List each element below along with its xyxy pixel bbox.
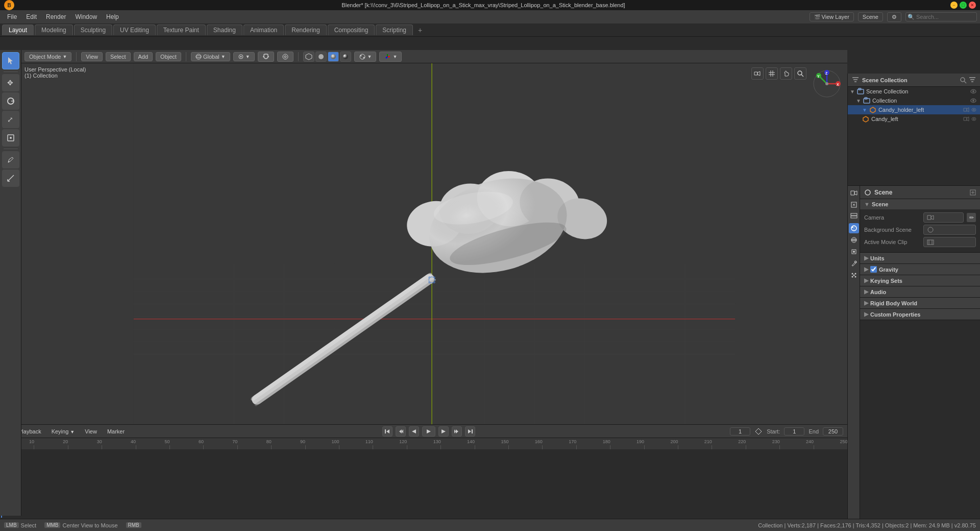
props-header-expand-icon[interactable] — [970, 189, 976, 196]
outliner-item-collection[interactable]: ▼ Collection — [848, 96, 980, 105]
solid-shading-btn[interactable] — [315, 52, 327, 62]
menu-file[interactable]: File — [3, 12, 21, 21]
select-tool-button[interactable] — [2, 52, 19, 69]
viewport-grid-btn[interactable] — [766, 67, 778, 80]
object-props-icon[interactable] — [849, 247, 859, 257]
snap-toggle[interactable] — [258, 52, 274, 62]
timeline-keying-menu[interactable]: Keying ▼ — [48, 427, 78, 436]
jump-end-btn[interactable] — [465, 426, 475, 437]
close-button[interactable]: ✕ — [969, 2, 976, 9]
audio-section-header[interactable]: ▶ Audio — [860, 286, 980, 297]
jump-start-btn[interactable] — [382, 426, 393, 437]
outliner-filter2-icon[interactable] — [969, 77, 976, 84]
move-tool-button[interactable]: ✥ — [2, 74, 19, 91]
outliner-item-scene-collection[interactable]: ▼ Scene Collection — [848, 87, 980, 96]
gravity-section-header[interactable]: ▶ Gravity — [860, 264, 980, 275]
particles-props-icon[interactable] — [849, 270, 859, 280]
tab-rendering[interactable]: Rendering — [285, 25, 326, 35]
menu-edit[interactable]: Edit — [22, 12, 41, 21]
view-layer-props-icon[interactable] — [849, 211, 859, 222]
tab-uv-editing[interactable]: UV Editing — [113, 25, 156, 35]
active-movie-clip-value[interactable] — [923, 237, 976, 247]
step-forward-btn[interactable] — [452, 426, 462, 437]
add-menu[interactable]: Add — [134, 52, 153, 61]
world-props-icon[interactable] — [849, 235, 859, 245]
object-menu[interactable]: Object — [156, 52, 181, 61]
collection-eye-icon[interactable] — [970, 97, 977, 104]
candy-left-eye-icon[interactable] — [971, 116, 977, 122]
proportional-edit-toggle[interactable] — [277, 52, 293, 62]
measure-tool-button[interactable] — [2, 170, 19, 187]
tab-scripting[interactable]: Scripting — [376, 25, 413, 35]
rigid-body-world-section-header[interactable]: ▶ Rigid Body World — [860, 298, 980, 308]
render-engine-btn[interactable]: ⚙ — [887, 12, 901, 22]
gravity-checkbox[interactable] — [870, 266, 877, 273]
candy-holder-eye-icon[interactable] — [971, 107, 977, 113]
start-frame-display[interactable]: 1 — [784, 427, 804, 436]
background-scene-value[interactable] — [923, 225, 976, 235]
pivot-point-dropdown[interactable]: ▼ — [233, 52, 255, 61]
menu-help[interactable]: Help — [102, 12, 123, 21]
rotate-tool-button[interactable] — [2, 92, 19, 110]
scene-props-icon[interactable] — [849, 223, 859, 233]
play-backward-btn[interactable] — [409, 426, 419, 437]
play-stop-btn[interactable] — [422, 426, 435, 437]
menu-window[interactable]: Window — [71, 12, 101, 21]
transform-global-dropdown[interactable]: Global ▼ — [191, 52, 230, 61]
tab-layout[interactable]: Layout — [2, 25, 34, 35]
maximize-button[interactable]: □ — [960, 2, 967, 9]
outliner-item-candy-left[interactable]: Candy_left — [848, 114, 980, 124]
scene-section-header[interactable]: ▼ Scene — [860, 199, 980, 209]
outliner-search-icon[interactable] — [960, 77, 967, 84]
candy-left-camera-icon[interactable] — [963, 116, 969, 122]
outliner-item-candy-holder[interactable]: ▼ Candy_holder_left — [848, 105, 980, 114]
gizmo-toggle[interactable]: ▼ — [379, 52, 402, 62]
scene-collection-eye-icon[interactable] — [970, 88, 977, 95]
camera-value[interactable] — [923, 212, 964, 223]
end-frame-display[interactable]: 250 — [823, 427, 843, 436]
tab-shading[interactable]: Shading — [207, 25, 242, 35]
viewport-camera-btn[interactable] — [751, 67, 764, 80]
tab-animation[interactable]: Animation — [243, 25, 284, 35]
navigation-gizmo[interactable]: X Y Z — [812, 68, 842, 99]
timeline-content[interactable] — [0, 449, 847, 518]
scale-tool-button[interactable]: ⤢ — [2, 111, 19, 128]
timeline-marker-menu[interactable]: Marker — [104, 427, 128, 436]
viewport-hand-btn[interactable] — [780, 67, 792, 80]
step-back-btn[interactable] — [396, 426, 406, 437]
overlay-toggle[interactable]: ▼ — [354, 52, 377, 62]
svg-point-78 — [360, 54, 365, 59]
viewport-search-btn[interactable] — [794, 67, 806, 80]
scene-3d-area[interactable]: User Perspective (Local) (1) Collection … — [21, 63, 847, 424]
annotate-tool-button[interactable] — [2, 151, 19, 168]
custom-properties-section-header[interactable]: ▶ Custom Properties — [860, 309, 980, 320]
tab-modeling[interactable]: Modeling — [35, 25, 73, 35]
minimize-button[interactable]: − — [950, 2, 958, 9]
add-workspace-button[interactable]: + — [414, 25, 426, 36]
tab-sculpting[interactable]: Sculpting — [74, 25, 112, 35]
render-props-icon[interactable] — [849, 188, 859, 198]
current-frame-display[interactable]: 1 — [730, 427, 750, 436]
wireframe-shading-btn[interactable] — [303, 52, 314, 62]
candy-holder-camera-icon[interactable] — [963, 107, 969, 113]
tab-texture-paint[interactable]: Texture Paint — [157, 25, 206, 35]
keying-sets-section-header[interactable]: ▶ Keying Sets — [860, 275, 980, 286]
output-props-icon[interactable] — [849, 200, 859, 210]
menu-render[interactable]: Render — [42, 12, 70, 21]
view-menu[interactable]: View — [81, 52, 103, 61]
material-shading-btn[interactable] — [328, 52, 339, 62]
scene-selector[interactable]: Scene — [858, 12, 883, 21]
viewport-3d[interactable]: Object Mode ▼ View Select Add Object Glo… — [21, 50, 847, 424]
transform-tool-button[interactable] — [2, 129, 19, 147]
rendered-shading-btn[interactable] — [340, 52, 351, 62]
global-search-input[interactable] — [905, 12, 977, 21]
modifier-props-icon[interactable] — [849, 258, 859, 269]
object-mode-dropdown[interactable]: Object Mode ▼ — [24, 52, 71, 61]
camera-edit-icon[interactable]: ✏ — [967, 213, 976, 222]
units-section-header[interactable]: ▶ Units — [860, 253, 980, 263]
select-menu[interactable]: Select — [106, 52, 131, 61]
view-layer-selector[interactable]: 🎬 View Layer — [810, 12, 854, 21]
tab-compositing[interactable]: Compositing — [328, 25, 375, 35]
timeline-view-menu[interactable]: View — [82, 427, 100, 436]
play-forward-btn[interactable] — [438, 426, 449, 437]
